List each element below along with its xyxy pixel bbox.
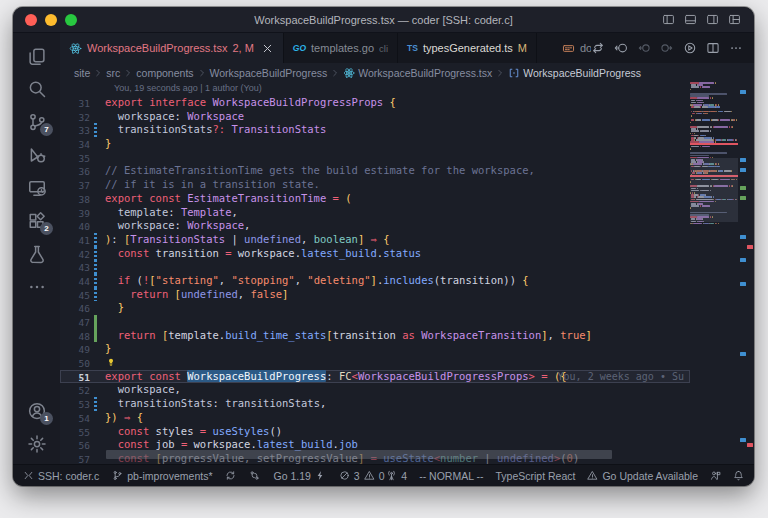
tab-docke[interactable]: docke [553, 33, 591, 63]
line-number[interactable]: 48 [60, 329, 90, 343]
toggle-primary-sidebar-icon[interactable] [662, 13, 675, 26]
status-item-ssh-coder-c[interactable]: SSH: coder.c [23, 470, 99, 482]
line-number[interactable]: 49 [60, 342, 90, 356]
close-tab-icon[interactable] [261, 42, 274, 55]
status-item-go-1-19[interactable]: Go 1.19 [273, 470, 325, 482]
activity-bar-item-run-debug[interactable] [13, 138, 60, 171]
run-icon[interactable] [683, 41, 697, 55]
code-line-53[interactable]: 53 transitionStats: transitionStats, [60, 397, 690, 411]
activity-bar-item-source-control[interactable]: 7 [13, 105, 60, 138]
status-item-go-update-available[interactable]: Go Update Available [587, 470, 698, 482]
activity-bar-item-extensions[interactable]: 2 [13, 204, 60, 237]
line-number[interactable]: 53 [60, 397, 90, 411]
code-line-33[interactable]: 33 transitionStats?: TransitionStats [60, 123, 690, 137]
code-line-54[interactable]: 54}) ⇒ { [60, 411, 690, 425]
line-number[interactable]: 52 [60, 383, 90, 397]
breadcrumb-item-workspacebuildprogress[interactable]: WorkspaceBuildProgress [210, 67, 328, 79]
code-line-55[interactable]: 55 const styles = useStyles() [60, 425, 690, 439]
line-number[interactable]: 40 [60, 219, 90, 233]
code-line-52[interactable]: 52 workspace, [60, 383, 690, 397]
breadcrumb-item-components[interactable]: components [136, 67, 193, 79]
code-line-47[interactable]: 47 [60, 315, 690, 329]
line-number[interactable]: 54 [60, 411, 90, 425]
breadcrumb-item-site[interactable]: site [74, 67, 90, 79]
split-editor-icon[interactable] [706, 41, 720, 55]
code-line-50[interactable]: 50 [60, 356, 690, 370]
tab-typesgenerated-ts[interactable]: TStypesGenerated.tsM [398, 33, 537, 63]
activity-bar-item-testing[interactable] [13, 237, 60, 270]
code-line-49[interactable]: 49} [60, 342, 690, 356]
line-number[interactable]: 45 [60, 288, 90, 302]
minimize-window-button[interactable] [45, 14, 57, 26]
line-number[interactable]: 43 [60, 260, 90, 274]
line-number[interactable]: 47 [60, 315, 90, 329]
line-number[interactable]: 41 [60, 233, 90, 247]
status-item-git-compare[interactable] [249, 470, 260, 481]
code-action-lightbulb-icon[interactable] [105, 356, 117, 368]
tab-templates-go[interactable]: GOtemplates.gocli [284, 33, 398, 63]
status-item-bell[interactable] [733, 470, 744, 481]
code-line-42[interactable]: 42 const transition = workspace.latest_b… [60, 247, 690, 261]
code-line-48[interactable]: 48 return [template.build_time_stats[tra… [60, 329, 690, 343]
line-number[interactable]: 50 [60, 356, 90, 370]
code-line-37[interactable]: 37// if it is in a transition state. [60, 178, 690, 192]
code-line-36[interactable]: 36// EstimateTransitionTime gets the bui… [60, 164, 690, 178]
nav-forward-disabled-icon[interactable] [660, 41, 674, 55]
line-number[interactable]: 46 [60, 301, 90, 315]
activity-bar-item-more[interactable] [13, 270, 60, 303]
status-item-3[interactable]: 30 [339, 470, 385, 482]
line-number[interactable]: 57 [60, 452, 90, 464]
activity-bar-item-account[interactable]: 1 [13, 394, 60, 427]
breadcrumb-item-workspacebuildprogress[interactable]: WorkspaceBuildProgress [508, 67, 641, 79]
more-actions-icon[interactable] [729, 41, 743, 55]
line-number[interactable]: 37 [60, 178, 90, 192]
customize-layout-icon[interactable] [728, 13, 741, 26]
code-line-41[interactable]: 41): [TransitionStats | undefined, boole… [60, 233, 690, 247]
status-item-typescript-react[interactable]: TypeScript React [496, 470, 576, 482]
gitlens-codelens[interactable]: You, 19 seconds ago | 1 author (You) [60, 82, 690, 96]
code-line-44[interactable]: 44 if (!["starting", "stopping", "deleti… [60, 274, 690, 288]
code-line-43[interactable]: 43 [60, 260, 690, 274]
line-number[interactable]: 56 [60, 438, 90, 452]
line-number[interactable]: 31 [60, 96, 90, 110]
status-item-pb-improvements[interactable]: pb-improvements* [112, 470, 212, 482]
close-window-button[interactable] [25, 14, 37, 26]
code-line-34[interactable]: 34} [60, 137, 690, 151]
breadcrumb-item-workspacebuildprogress.tsx[interactable]: WorkspaceBuildProgress.tsx [343, 67, 492, 79]
code-line-31[interactable]: 31export interface WorkspaceBuildProgres… [60, 96, 690, 110]
code-line-39[interactable]: 39 template: Template, [60, 206, 690, 220]
horizontal-scrollbar[interactable] [106, 450, 612, 459]
code-line-45[interactable]: 45 return [undefined, false] [60, 288, 690, 302]
toggle-secondary-sidebar-icon[interactable] [706, 13, 719, 26]
activity-bar-item-remote-explorer[interactable] [13, 171, 60, 204]
code-line-35[interactable]: 35 [60, 151, 690, 165]
go-back-icon[interactable] [614, 41, 628, 55]
line-number[interactable]: 35 [60, 151, 90, 165]
line-number[interactable]: 36 [60, 164, 90, 178]
line-number[interactable]: 42 [60, 247, 90, 261]
open-changes-icon[interactable] [591, 41, 605, 55]
code-line-46[interactable]: 46 } [60, 301, 690, 315]
overview-ruler[interactable] [738, 82, 754, 464]
status-item-4[interactable]: 4 [386, 470, 407, 482]
zoom-window-button[interactable] [65, 14, 77, 26]
activity-bar-item-settings-gear[interactable] [13, 427, 60, 460]
code-line-51[interactable]: 51export const WorkspaceBuildProgress: F… [60, 370, 690, 384]
code-editor[interactable]: You, 19 seconds ago | 1 author (You) 31e… [60, 82, 754, 464]
status-item-sync[interactable] [225, 470, 236, 481]
minimap-slider[interactable] [690, 158, 738, 222]
breadcrumb-item-src[interactable]: src [106, 67, 120, 79]
code-line-38[interactable]: 38export const EstimateTransitionTime = … [60, 192, 690, 206]
line-number[interactable]: 32 [60, 110, 90, 124]
minimap[interactable] [690, 82, 738, 464]
status-item-normal[interactable]: -- NORMAL -- [419, 470, 483, 482]
line-number[interactable]: 51 [60, 370, 90, 384]
line-number[interactable]: 34 [60, 137, 90, 151]
tab-workspacebuildprogress-tsx[interactable]: WorkspaceBuildProgress.tsx2, M [60, 33, 284, 63]
line-number[interactable]: 39 [60, 206, 90, 220]
activity-bar-item-search[interactable] [13, 72, 60, 105]
line-number[interactable]: 38 [60, 192, 90, 206]
line-number[interactable]: 55 [60, 425, 90, 439]
status-item-feedback[interactable] [710, 470, 721, 481]
nav-back-disabled-icon[interactable] [637, 41, 651, 55]
